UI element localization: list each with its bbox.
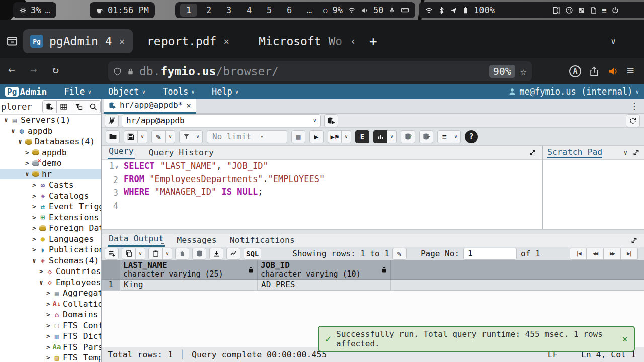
chevron-right-icon[interactable]: > — [44, 332, 52, 340]
tree-item[interactable]: >Foreign Data Wrappers — [0, 223, 101, 234]
tree-item[interactable]: >∞Casts — [0, 179, 101, 191]
search-button[interactable] — [86, 100, 101, 113]
chevron-down-icon[interactable]: ∨ — [624, 149, 627, 156]
expand-icon[interactable] — [529, 149, 536, 156]
chevron-down-icon[interactable]: ∨ — [9, 127, 17, 135]
execute-options-chevron[interactable]: ∨ — [342, 130, 351, 143]
expand-icon[interactable] — [630, 237, 638, 244]
commit-button[interactable]: ✓ — [401, 130, 415, 143]
tree-item[interactable]: >⇄Event Triggers — [0, 201, 101, 212]
chevron-right-icon[interactable]: > — [30, 203, 38, 210]
tab-notifications[interactable]: Notifications — [229, 234, 296, 247]
chevron-right-icon[interactable]: > — [30, 235, 38, 243]
tree-item[interactable]: ∨◈Schemas(4) — [0, 255, 101, 266]
palette-icon[interactable] — [565, 6, 573, 14]
close-icon[interactable]: × — [622, 333, 628, 344]
workspace-4[interactable]: 4 — [240, 4, 258, 17]
tab-list-button[interactable]: ∨ — [604, 29, 623, 53]
power-icon[interactable] — [611, 6, 619, 14]
system-tray[interactable]: 100% ≡ — [419, 2, 644, 18]
last-page-button[interactable]: ▶| — [621, 248, 638, 260]
tree-item[interactable]: ∨hr — [0, 169, 101, 180]
browser-archive-icon[interactable] — [6, 35, 18, 47]
column-header-last-name[interactable]: LAST_NAMEcharacter varying (25) — [120, 260, 258, 279]
tree-item[interactable]: >×demo — [0, 158, 101, 169]
user-menu[interactable]: me@fymio.us (internal) ∨ — [508, 86, 639, 97]
chevron-down-icon[interactable]: ∨ — [2, 116, 10, 124]
query-tool-tab[interactable]: hr/app@appdb* × — [104, 99, 196, 114]
paste-button[interactable] — [148, 248, 163, 260]
cell-job-id[interactable]: AD_PRES — [258, 280, 391, 290]
tray-menu-icon[interactable]: ≡ — [602, 6, 607, 15]
grid-corner[interactable] — [102, 260, 120, 279]
tree-item[interactable]: ∨Databases(4) — [0, 136, 101, 147]
workspace-6[interactable]: 6 — [281, 4, 298, 17]
tab-close-icon[interactable]: × — [118, 36, 126, 47]
connection-select[interactable]: hr/app@appdb ∨ — [122, 114, 321, 127]
scratch-pad-title[interactable]: Scratch Pad — [547, 147, 602, 158]
row-number[interactable]: 1 — [102, 280, 120, 290]
announce-speaker-icon[interactable] — [608, 66, 619, 77]
next-page-button[interactable]: ▶▶ — [604, 248, 621, 260]
tree-item[interactable]: >▦Aggregates — [0, 288, 101, 299]
browser-tab-pgadmin[interactable]: Pg pgAdmin 4 × — [23, 29, 133, 53]
explain-button[interactable]: E — [355, 130, 369, 143]
screenshot-icon[interactable] — [578, 7, 585, 14]
menu-help[interactable]: Help∨ — [212, 86, 239, 97]
connection-status-button[interactable] — [105, 114, 119, 127]
tab-query-history[interactable]: Query History — [148, 146, 215, 159]
chevron-right-icon[interactable]: > — [23, 149, 31, 156]
filter-button[interactable] — [71, 100, 86, 113]
success-notification[interactable]: ✓ Successfully run. Total query runtime:… — [318, 326, 635, 352]
filter-button[interactable] — [179, 130, 193, 143]
edit-button[interactable]: ✎ — [151, 130, 166, 143]
tab-close-icon[interactable]: × — [222, 36, 230, 47]
menu-tools[interactable]: Tools∨ — [163, 86, 195, 97]
bookmark-star-icon[interactable]: ☆ — [520, 65, 527, 78]
tree-item[interactable]: >●Languages — [0, 234, 101, 245]
chevron-down-icon[interactable]: ∨ — [16, 138, 24, 145]
tree-item[interactable]: >A↓Collations — [0, 299, 101, 310]
back-button[interactable]: ← — [8, 63, 15, 76]
sql-editor[interactable]: 1∨ 2 3 4 SELECT "LAST_NAME", "JOB_ID"FRO… — [102, 160, 542, 229]
first-page-button[interactable]: |◀ — [570, 248, 587, 260]
menu-file[interactable]: File∨ — [64, 86, 91, 97]
tree-item[interactable]: >◗Publications — [0, 244, 101, 255]
tree-item[interactable]: ∨◍appdb — [0, 126, 101, 137]
help-button[interactable]: ? — [465, 130, 478, 143]
filter-options-chevron[interactable]: ∨ — [193, 130, 203, 143]
column-header-job-id[interactable]: JOB_IDcharacter varying (10) — [258, 260, 391, 279]
forward-button[interactable]: → — [30, 63, 37, 76]
edit-options-chevron[interactable]: ∨ — [166, 130, 175, 143]
rollback-button[interactable]: ↶ — [419, 130, 433, 143]
chevron-right-icon[interactable]: > — [44, 354, 52, 361]
tree-item[interactable]: ∨◇Employees — [0, 277, 101, 288]
share-icon[interactable] — [589, 66, 600, 77]
explain-options-chevron[interactable]: ∨ — [387, 130, 397, 143]
copy-options-chevron[interactable]: ∨ — [136, 248, 145, 260]
tab-messages[interactable]: Messages — [176, 234, 217, 247]
table-row[interactable]: 1 King AD_PRES — [102, 280, 644, 291]
workspace-1[interactable]: 1 — [180, 4, 197, 17]
copy-button[interactable] — [122, 248, 136, 260]
tab-close-icon[interactable]: × — [186, 101, 191, 110]
cpu-widget[interactable]: 3% … — [13, 2, 56, 18]
chevron-right-icon[interactable]: > — [44, 300, 52, 308]
fold-chevron-icon[interactable]: ∨ — [115, 164, 118, 170]
workspace-…[interactable]: … — [301, 4, 318, 17]
chevron-down-icon[interactable]: ∨ — [37, 279, 45, 286]
chevron-right-icon[interactable]: > — [30, 224, 38, 232]
chevron-right-icon[interactable]: > — [30, 192, 38, 200]
chevron-right-icon[interactable]: > — [44, 343, 52, 351]
chevron-right-icon[interactable]: > — [44, 289, 52, 297]
explain-analyze-button[interactable] — [373, 130, 387, 143]
workspace-3[interactable]: 3 — [220, 4, 237, 17]
tree-item[interactable]: >▥FTS Dictionaries — [0, 331, 101, 342]
expand-icon[interactable] — [632, 149, 640, 156]
chevron-down-icon[interactable]: ∨ — [30, 257, 38, 264]
panel-menu-icon[interactable]: ⋮ — [630, 101, 639, 111]
download-button[interactable] — [209, 248, 223, 260]
chevron-right-icon[interactable]: > — [44, 322, 52, 329]
edit-range-button[interactable]: ✎ — [392, 248, 407, 260]
sql-code[interactable]: SELECT "LAST_NAME", "JOB_ID"FROM "Employ… — [120, 160, 325, 229]
